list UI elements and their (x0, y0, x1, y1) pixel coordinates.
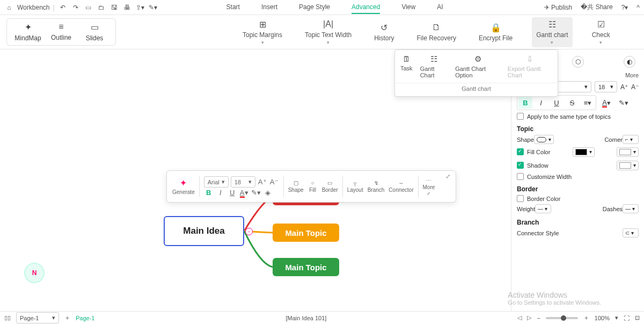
tab-insert[interactable]: Insert (261, 3, 277, 11)
ribbon-topic-margins[interactable]: ⊞Topic Margins▾ (239, 19, 286, 45)
shrink-font-button[interactable]: A⁻ (631, 83, 639, 91)
ribbon-file-recovery[interactable]: 🗋File Recovery (414, 23, 459, 42)
cb-border-color[interactable] (517, 195, 524, 202)
ft-connector[interactable]: ↔Connector (389, 180, 413, 193)
edit-icon[interactable]: ✎▾ (148, 3, 158, 12)
tab-view[interactable]: View (401, 3, 415, 11)
ai-fab[interactable]: N (24, 263, 45, 283)
ft-close-icon[interactable]: ⤢ (445, 173, 450, 180)
corner-dropdown[interactable]: ⌐ ▾ (623, 135, 639, 144)
node-topic-3[interactable]: Main Topic (273, 258, 339, 276)
tab-ai[interactable]: AI (437, 3, 443, 11)
ribbon-encrypt-file[interactable]: 🔒Encrypt File (475, 23, 516, 42)
sp-highlight-button[interactable]: ✎▾ (617, 97, 631, 109)
status-page-dropdown[interactable]: Page-1▾ (16, 312, 59, 323)
tab-start[interactable]: Start (226, 3, 240, 11)
highlight-icon[interactable]: ✎▾ (251, 189, 261, 197)
task-icon: 🗓 (402, 54, 411, 63)
cb-customize-width[interactable] (517, 173, 524, 180)
status-fit-icon[interactable]: ⊡ (635, 314, 640, 321)
ribbon-gantt-chart[interactable]: ☷Gantt chart▾ (532, 17, 572, 47)
status-next-icon[interactable]: ▷ (527, 314, 531, 321)
gantt-task[interactable]: 🗓Task (400, 54, 413, 78)
zoom-slider[interactable] (546, 317, 578, 319)
view-slides[interactable]: ▭Slides (79, 22, 110, 42)
sp-italic-button[interactable]: I (534, 97, 548, 109)
sp-underline-button[interactable]: U (550, 97, 564, 109)
publish-button[interactable]: ✈ Publish (544, 4, 573, 11)
connector-style-dropdown[interactable]: ⊂ ▾ (623, 228, 639, 237)
save-icon[interactable]: 🖫 (109, 3, 119, 12)
view-outline[interactable]: ≡Outline (46, 22, 77, 42)
sp-font-color-button[interactable]: A▾ (599, 97, 613, 109)
status-pages-icon[interactable]: ▯▯ (4, 314, 11, 321)
ft-more[interactable]: ⋯More⤢ (423, 177, 435, 196)
share-button[interactable]: �共 Share (581, 3, 612, 12)
gantt-chart-option[interactable]: ⚙Gantt Chart Option (455, 54, 500, 78)
status-zoom-value[interactable]: 100% (595, 315, 610, 321)
sp-tab-style-icon[interactable]: ⬡ (572, 56, 584, 68)
workbench-label[interactable]: Workbench (17, 4, 49, 11)
status-fullscreen-icon[interactable]: ⛶ (624, 315, 630, 321)
shadow-dropdown[interactable]: ▾ (617, 161, 639, 170)
cb-shadow[interactable] (517, 162, 524, 169)
fill-color-secondary[interactable]: ▾ (617, 147, 639, 157)
home-icon[interactable]: ⌂ (4, 3, 14, 12)
shrink-font-icon[interactable]: A⁻ (269, 178, 279, 186)
weight-dropdown[interactable]: — ▾ (535, 204, 551, 213)
ribbon-check[interactable]: ☑Check▾ (589, 19, 613, 45)
view-mindmap[interactable]: ✦MindMap (12, 22, 43, 42)
collapse-handle[interactable]: − (245, 228, 253, 235)
sp-bold-button[interactable]: B (518, 97, 532, 109)
sp-strike-button[interactable]: S (565, 97, 579, 109)
ft-shape[interactable]: ▢Shape (288, 180, 304, 193)
open-folder-icon[interactable]: 🗀 (97, 3, 106, 12)
sp-align-button[interactable]: ≡▾ (581, 97, 595, 109)
floating-toolbar: ✦ Generate Arial▾ 18▾ A⁺ A⁻ B I U A▾ ✎▾ … (166, 170, 456, 203)
collapse-ribbon-icon[interactable]: ^ (636, 4, 640, 11)
help-icon[interactable]: ?▾ (621, 4, 628, 11)
clear-format-icon[interactable]: ◈ (263, 189, 273, 197)
status-zoom-in-icon[interactable]: ＋ (583, 314, 589, 322)
gantt-chart-item[interactable]: ☷Gantt Chart (420, 54, 448, 78)
fill-color-swatch[interactable]: ▾ (573, 147, 595, 157)
status-context: [Main Idea 101] (286, 315, 327, 321)
ft-font-size[interactable]: 18▾ (231, 176, 255, 188)
ft-branch[interactable]: ↯Branch (368, 180, 385, 193)
font-color-icon[interactable]: A▾ (239, 189, 249, 197)
status-page-tab[interactable]: Page-1 (76, 315, 94, 321)
undo-icon[interactable]: ↶ (58, 3, 68, 12)
status-prev-icon[interactable]: ◁ (517, 314, 522, 321)
status-add-page-icon[interactable]: ＋ (64, 314, 70, 322)
ft-layout[interactable]: ┬Layout (347, 180, 363, 193)
status-zoom-out-icon[interactable]: − (537, 315, 540, 321)
grow-font-icon[interactable]: A⁺ (258, 178, 267, 186)
check-icon: ☑ (597, 19, 605, 30)
sp-font-size[interactable]: 18▾ (595, 81, 617, 92)
ft-fill[interactable]: ○Fill (308, 180, 318, 193)
corner-label: Corner (604, 136, 623, 143)
ft-font-family[interactable]: Arial▾ (204, 176, 229, 188)
ribbon-history[interactable]: ↺History (371, 23, 397, 42)
italic-icon[interactable]: I (216, 189, 225, 197)
bold-icon[interactable]: B (204, 189, 214, 197)
print-icon[interactable]: 🖶 (122, 3, 132, 12)
ft-border[interactable]: ▭Border (322, 180, 338, 193)
new-file-icon[interactable]: ▭ (84, 3, 93, 12)
node-topic-2[interactable]: Main Topic (273, 224, 339, 242)
ft-generate[interactable]: ✦ Generate (172, 178, 195, 195)
ribbon-topic-text-width[interactable]: |A|Topic Text Width▾ (302, 19, 355, 45)
export-icon[interactable]: ⇪▾ (135, 3, 145, 12)
node-main-label: Main Idea (183, 226, 224, 236)
cb-apply-same[interactable] (517, 113, 524, 120)
redo-icon[interactable]: ↷ (71, 3, 80, 12)
grow-font-button[interactable]: A⁺ (620, 83, 628, 91)
cb-fill-color[interactable] (517, 148, 524, 155)
tab-advanced[interactable]: Advanced (352, 3, 380, 14)
sp-tab-theme-icon[interactable]: ◐ (624, 56, 635, 68)
dashes-dropdown[interactable]: — ▾ (623, 204, 639, 213)
underline-icon[interactable]: U (228, 189, 237, 197)
shape-dropdown[interactable]: ▾ (534, 135, 554, 144)
tab-page-style[interactable]: Page Style (299, 3, 330, 11)
node-main-idea[interactable]: Main Idea (164, 216, 244, 246)
